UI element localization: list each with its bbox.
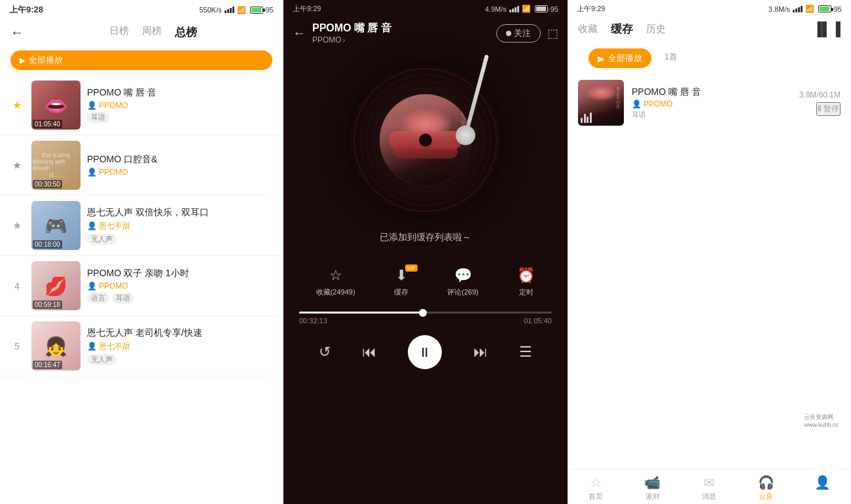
track-duration-3: 00:18:00 xyxy=(33,240,62,249)
right-signal-icon xyxy=(793,6,803,12)
nav-cloud[interactable]: 🎧 云良 xyxy=(738,475,795,501)
watermark: 云良资源网www.kubb.cc xyxy=(801,412,842,429)
right-battery: 95 xyxy=(834,5,842,13)
track-thumb-5: 00:16:47 xyxy=(31,321,81,370)
rank-star-gold: ★ xyxy=(12,99,22,111)
track-info-5: 恩七无人声 老司机专享/快速 👤 恩七不甜 无人声 xyxy=(87,327,274,365)
right-track-item[interactable]: Brain Eat PPOMO 嘴 唇 音 👤 PPOMO 耳语 3.9M/60… xyxy=(568,73,851,132)
share-button[interactable]: ⬚ xyxy=(547,26,558,41)
right-play-all-button[interactable]: ▶ 全部播放 xyxy=(588,48,651,68)
repeat-button[interactable]: ↺ xyxy=(319,344,331,361)
tab-weekly[interactable]: 周榜 xyxy=(142,25,162,40)
cache-action[interactable]: ⬇ VIP 缓存 xyxy=(394,267,408,297)
rank-badge-5: 5 xyxy=(9,341,25,351)
right-play-all-label: 全部播放 xyxy=(608,52,642,64)
right-speed: 3.8M/s xyxy=(769,5,790,13)
track-thumb-1: 01:05:40 xyxy=(31,81,81,130)
mid-status-right: 4.9M/s 📶 95 xyxy=(485,5,558,13)
tab-history[interactable]: 历史 xyxy=(646,23,666,35)
progress-thumb[interactable] xyxy=(419,309,427,317)
comment-label: 评论(269) xyxy=(447,287,479,297)
right-battery-icon xyxy=(818,5,831,12)
headphone-icon: 🎧 xyxy=(758,475,774,490)
right-play-icon: ▶ xyxy=(598,54,604,63)
list-item[interactable]: ★ 00:18:00 恩七无人声 双倍快乐，双耳口 👤 恩七不甜 无人声 xyxy=(0,196,283,256)
tab-daily[interactable]: 日榜 xyxy=(109,25,129,40)
right-track-title: PPOMO 嘴 唇 音 xyxy=(632,86,791,98)
timer-action[interactable]: ⏰ 定时 xyxy=(517,267,535,297)
right-pause-label: Ⅱ 暂停 xyxy=(818,103,839,115)
left-status-bar: 上午9:28 550K/s 📶 95 xyxy=(0,0,283,20)
left-battery: 95 xyxy=(266,6,274,14)
middle-panel: 上午9:29 4.9M/s 📶 95 ← PPOMO 嘴 唇 音 PPOMO › xyxy=(283,0,568,504)
nav-message[interactable]: ✉ 消息 xyxy=(681,475,738,501)
list-item[interactable]: 4 00:59:18 PPOMO 双子 亲吻 1小时 👤 PPOMO 语言 耳语 xyxy=(0,256,283,316)
right-author-icon: 👤 xyxy=(632,99,642,109)
list-item[interactable]: ★ Ear-Eating Blowing with Breath 练......… xyxy=(0,135,283,196)
left-status-right: 550K/s 📶 95 xyxy=(200,6,274,14)
right-status-right: 3.8M/s 📶 95 xyxy=(769,5,842,13)
right-thumb: Brain Eat xyxy=(578,80,624,126)
left-time: 上午9:28 xyxy=(9,4,43,16)
mid-battery: 95 xyxy=(551,5,558,13)
mid-battery-icon xyxy=(535,5,548,12)
prev-button[interactable]: ⏮ xyxy=(362,344,376,361)
nav-party[interactable]: 📹 派对 xyxy=(625,475,681,501)
left-back-button[interactable]: ← xyxy=(10,25,24,40)
comment-action[interactable]: 💬 评论(269) xyxy=(447,267,479,297)
rank-num-4: 4 xyxy=(14,281,20,291)
list-item[interactable]: ★ 01:05:40 PPOMO 嘴 唇 音 👤 PPOMO 耳语 xyxy=(0,75,283,135)
timer-label: 定时 xyxy=(519,287,534,297)
progress-bar[interactable] xyxy=(299,312,552,314)
next-button[interactable]: ⏭ xyxy=(473,344,488,361)
left-play-all-button[interactable]: ▶ 全部播放 xyxy=(10,50,272,70)
right-track-author: 👤 PPOMO xyxy=(632,99,791,109)
track-title-4: PPOMO 双子 亲吻 1小时 xyxy=(87,268,274,279)
author-name-1: PPOMO xyxy=(99,101,128,110)
author-name-3: 恩七不甜 xyxy=(99,221,130,232)
collect-action[interactable]: ☆ 收藏(24949) xyxy=(316,267,355,297)
comment-icon: 💬 xyxy=(454,267,472,284)
author-name-2: PPOMO xyxy=(99,168,128,177)
follow-button[interactable]: 关注 xyxy=(496,24,541,43)
nav-home[interactable]: ☆ 首页 xyxy=(568,475,625,501)
follow-dot-icon xyxy=(506,31,511,36)
tab-collect[interactable]: 收藏 xyxy=(578,23,598,35)
nav-home-label: 首页 xyxy=(588,492,603,501)
playlist-button[interactable]: ☰ xyxy=(519,344,532,361)
timer-icon: ⏰ xyxy=(517,267,535,284)
right-panel: 上午9:29 3.8M/s 📶 95 收藏 缓存 历史 ▐▌▐ ▶ 全部播放 xyxy=(568,0,851,504)
right-header: 收藏 缓存 历史 ▐▌▐ xyxy=(568,18,851,41)
profile-icon: 👤 xyxy=(814,475,831,490)
tab-cache[interactable]: 缓存 xyxy=(611,22,633,37)
bottom-nav: ☆ 首页 📹 派对 ✉ 消息 🎧 云良 👤 xyxy=(568,469,851,504)
author-icon-3: 👤 xyxy=(87,221,97,230)
left-nav-tabs: 日榜 周榜 总榜 xyxy=(34,25,272,40)
mid-subtitle: PPOMO › xyxy=(312,35,490,45)
tag-3: 无人声 xyxy=(87,234,117,245)
track-list: ★ 01:05:40 PPOMO 嘴 唇 音 👤 PPOMO 耳语 ★ xyxy=(0,75,283,504)
tag-row-1: 耳语 xyxy=(87,112,274,123)
right-track-info: PPOMO 嘴 唇 音 👤 PPOMO 耳语 xyxy=(632,86,791,120)
nav-profile[interactable]: 👤 xyxy=(794,475,851,501)
mid-back-button[interactable]: ← xyxy=(293,26,306,41)
track-author-1: 👤 PPOMO xyxy=(87,101,274,110)
play-pause-button[interactable]: ⏸ xyxy=(408,335,442,369)
equalizer-icon[interactable]: ▐▌▐ xyxy=(812,22,841,37)
right-pause-button[interactable]: Ⅱ 暂停 xyxy=(816,102,841,116)
track-duration-1: 01:05:40 xyxy=(33,120,62,128)
mid-author: PPOMO xyxy=(312,35,342,45)
rank-star-gray: ★ xyxy=(12,220,22,231)
list-item[interactable]: 5 00:16:47 恩七无人声 老司机专享/快速 👤 恩七不甜 无人声 xyxy=(0,316,283,376)
action-row: ☆ 收藏(24949) ⬇ VIP 缓存 💬 评论(269) ⏰ 定时 xyxy=(283,257,568,308)
progress-times: 00:32:13 01:05:40 xyxy=(299,317,552,325)
author-name-5: 恩七不甜 xyxy=(99,341,130,352)
tag-1: 耳语 xyxy=(87,112,109,123)
battery-icon xyxy=(250,7,263,14)
disc-area: Brain Eat xyxy=(283,55,568,225)
tab-total[interactable]: 总榜 xyxy=(175,25,197,40)
tag-row-5: 无人声 xyxy=(87,354,274,365)
tag-row-4: 语言 耳语 xyxy=(87,293,274,304)
rank-badge-1: ★ xyxy=(9,99,25,111)
track-info-1: PPOMO 嘴 唇 音 👤 PPOMO 耳语 xyxy=(87,87,274,123)
